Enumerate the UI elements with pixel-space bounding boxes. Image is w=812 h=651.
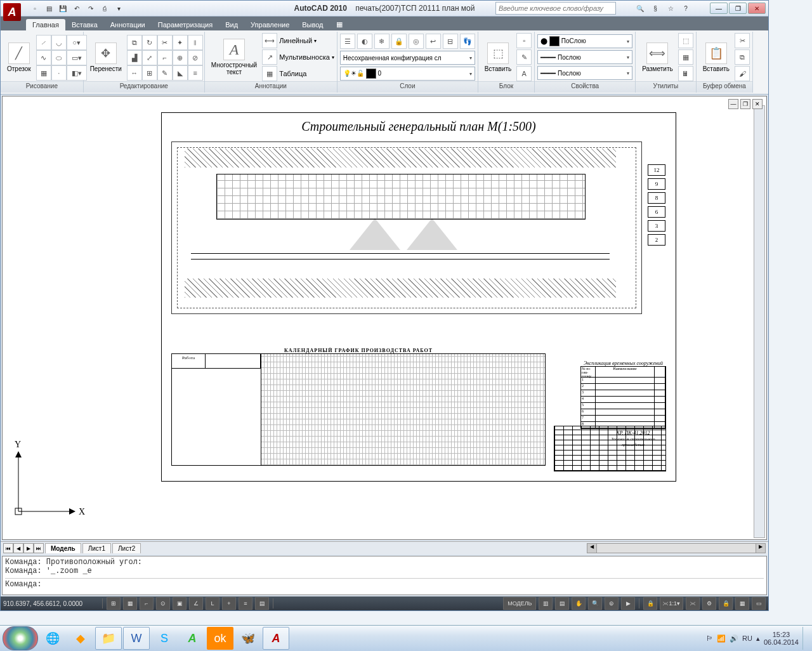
mdi-max[interactable]: ❐: [740, 99, 750, 109]
point-btn[interactable]: ·: [51, 65, 67, 81]
trim-btn[interactable]: ✂: [157, 35, 173, 50]
layer-config-combo[interactable]: Несохраненная конфигурация сл▾: [340, 51, 475, 65]
qat-print[interactable]: ⎙: [98, 2, 111, 15]
lineweight-combo[interactable]: ━━━━ Послою▾: [537, 66, 632, 80]
lwt-btn[interactable]: ≡: [239, 597, 252, 610]
measure-button[interactable]: ⟺Разметить: [638, 33, 676, 81]
tab-first[interactable]: ⏮: [3, 543, 13, 553]
drawing-area[interactable]: ―❐✕ Строительный генеральный план М(1:50…: [2, 96, 767, 540]
layer-walk-btn[interactable]: 👣: [460, 34, 475, 49]
mtext-button[interactable]: AМногострочный текст: [207, 33, 261, 81]
ellipse-btn[interactable]: ⬭: [51, 50, 67, 65]
layer-lock-btn[interactable]: 🔒: [391, 34, 407, 49]
tab-parametric[interactable]: Параметризация: [152, 19, 219, 30]
calc-btn[interactable]: 🖩: [678, 66, 693, 81]
paste-button[interactable]: 📋Вставить: [699, 33, 733, 81]
showmotion-btn[interactable]: ▶: [621, 597, 635, 610]
align-btn[interactable]: ≡: [188, 65, 203, 81]
linetype-combo[interactable]: ━━━━ Послою▾: [537, 50, 632, 64]
hatch-btn[interactable]: ▦: [36, 65, 51, 81]
tab-view[interactable]: Вид: [219, 19, 244, 30]
tab-annotate[interactable]: Аннотации: [104, 19, 152, 30]
layer-prev-btn[interactable]: ↩: [426, 34, 441, 49]
mleader-label[interactable]: Мультивыноска: [279, 53, 330, 61]
polar-btn[interactable]: ⊙: [156, 597, 170, 610]
layer-iso-btn[interactable]: ◎: [409, 34, 424, 49]
ducs-btn[interactable]: L: [206, 597, 219, 610]
qat-more[interactable]: ▾: [112, 2, 125, 15]
annoscale-lock[interactable]: 🔒: [643, 597, 657, 610]
table-label[interactable]: Таблица: [279, 70, 306, 77]
mdi-min[interactable]: ―: [728, 99, 738, 109]
explode-btn[interactable]: ✦: [173, 35, 188, 50]
tab-insert[interactable]: Вставка: [65, 19, 104, 30]
subscription-icon[interactable]: §: [649, 2, 662, 15]
layer-combo[interactable]: 💡☀🔓 0▾: [340, 67, 475, 81]
tab-home[interactable]: Главная: [26, 19, 65, 30]
cmd-prompt[interactable]: Команда:: [5, 578, 764, 589]
copy-btn[interactable]: ⧉: [127, 35, 142, 50]
spline-btn[interactable]: ∿: [36, 50, 51, 65]
hw-accel[interactable]: ▦: [735, 597, 749, 610]
polyline-btn[interactable]: ⟋: [36, 35, 51, 50]
tab-last[interactable]: ⏭: [34, 543, 44, 553]
line-button[interactable]: ╱Отрезок: [3, 33, 35, 81]
tab-manage[interactable]: Управление: [244, 19, 296, 30]
tab-output[interactable]: Вывод: [296, 19, 329, 30]
insert-block-button[interactable]: ⬚Вставить: [481, 33, 515, 81]
mirror-btn[interactable]: ▟: [127, 50, 142, 65]
match-btn[interactable]: 🖌: [735, 66, 750, 81]
wheel-btn[interactable]: ⊚: [605, 597, 619, 610]
ortho-btn[interactable]: ⌐: [140, 597, 154, 610]
toolbar-lock[interactable]: 🔒: [719, 597, 733, 610]
scale-btn[interactable]: ⤢: [142, 50, 157, 65]
app-logo[interactable]: A: [3, 3, 21, 21]
tab-next[interactable]: ▶: [23, 543, 34, 553]
clean-screen[interactable]: ▭: [752, 597, 766, 610]
search-icon[interactable]: 🔍: [634, 2, 646, 15]
array-btn[interactable]: ⊞: [142, 65, 157, 81]
dim-linear-label[interactable]: Линейный: [279, 37, 312, 44]
help-icon[interactable]: ?: [679, 2, 692, 15]
mleader-icon[interactable]: ↗: [262, 49, 277, 65]
tab-express[interactable]: ▦: [330, 18, 349, 30]
quickview-layouts[interactable]: ▥: [539, 597, 553, 610]
layout-sheet1[interactable]: Лист1: [82, 543, 111, 553]
minimize-button[interactable]: ―: [710, 3, 728, 14]
zoom-btn[interactable]: 🔍: [588, 597, 602, 610]
qat-redo[interactable]: ↷: [84, 2, 97, 15]
dim-linear-icon[interactable]: ⟷: [262, 33, 277, 48]
dyn-btn[interactable]: +: [222, 597, 236, 610]
grid-btn[interactable]: ▦: [123, 597, 137, 610]
osnap-btn[interactable]: ▣: [173, 597, 187, 610]
otrack-btn[interactable]: ∠: [189, 597, 203, 610]
layer-freeze-btn[interactable]: ❄: [374, 34, 390, 49]
chamfer-btn[interactable]: ◣: [173, 65, 188, 81]
qat-open[interactable]: ▤: [43, 2, 55, 15]
break-btn[interactable]: ⊘: [188, 50, 203, 65]
layer-prop-btn[interactable]: ☰: [340, 34, 355, 49]
fillet-btn[interactable]: ⌐: [157, 50, 173, 65]
erase-btn[interactable]: ✎: [157, 65, 173, 81]
comm-icon[interactable]: ☆: [664, 2, 677, 15]
mdi-close[interactable]: ✕: [752, 99, 763, 109]
quickview-drawings[interactable]: ▤: [555, 597, 569, 610]
command-line[interactable]: Команда: Противоположный угол: Команда: …: [2, 556, 767, 595]
annovisibility[interactable]: ⩙: [686, 597, 700, 610]
color-combo[interactable]: ⬤ ПоСлою▾: [537, 34, 632, 48]
maximize-button[interactable]: ❐: [729, 3, 747, 14]
rotate-btn[interactable]: ↻: [142, 35, 157, 50]
coordinates[interactable]: 910.6397, 456.6612, 0.0000: [3, 600, 98, 607]
tab-prev[interactable]: ◀: [13, 543, 23, 553]
pan-btn[interactable]: ✋: [572, 597, 586, 610]
help-search[interactable]: [495, 2, 616, 15]
stretch-btn[interactable]: ↔: [127, 65, 142, 81]
arc-btn[interactable]: ◡: [51, 35, 67, 50]
hscrollbar[interactable]: ◀▶: [587, 543, 766, 553]
qat-undo[interactable]: ↶: [70, 2, 83, 15]
close-button[interactable]: ✕: [748, 3, 766, 14]
selectall-btn[interactable]: ▦: [678, 49, 693, 65]
annoscale[interactable]: ⩙ 1:1 ▾: [660, 597, 683, 610]
table-icon[interactable]: ▦: [262, 66, 277, 81]
edit-block-btn[interactable]: ✎: [516, 49, 532, 65]
